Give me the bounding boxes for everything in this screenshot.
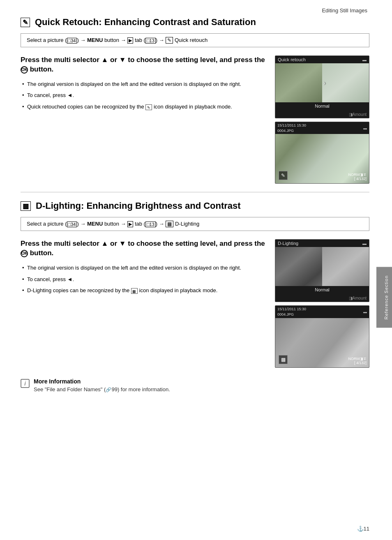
screen1-label: Quick retouch [278, 57, 306, 62]
screen2-info: NORM◨∓ [ 4/132] [348, 173, 367, 181]
camera-preview-1: › [275, 63, 369, 102]
section-divider [21, 192, 369, 192]
more-info-icon: i [21, 379, 30, 390]
section2-bullets: The original version is displayed on the… [21, 264, 267, 295]
bullet-item: The original version is displayed on the… [21, 80, 267, 88]
preview-left-1: › [275, 63, 322, 102]
page-header: Editing Still Images [0, 0, 392, 17]
section1-content: Press the multi selector ▲ or ▼ to choos… [21, 55, 369, 184]
preview-right-1 [322, 63, 369, 102]
screen2-count: [ 4/132] [348, 177, 367, 181]
more-info-title: More Information [34, 378, 170, 385]
section2-heading: Press the multi selector ▲ or ▼ to choos… [21, 239, 267, 258]
dl-screen1-icon: ▬ [362, 241, 367, 246]
quick-retouch-icon: ✎ [21, 18, 30, 27]
dl-screen1-normal: Normal [278, 287, 367, 292]
section1-nav-box: Select a picture (□34) → MENU button → ▶… [21, 33, 369, 47]
section1-heading: Press the multi selector ▲ or ▼ to choos… [21, 55, 267, 74]
more-info-content: More Information See "File and Folder Na… [34, 378, 170, 392]
dl-screen2-badge: ▩ [279, 355, 288, 364]
dl-screen2-info: NORM◨∓ [ 4/132] [348, 357, 367, 365]
preview-right-2 [322, 247, 369, 286]
bullet-item: To cancel, press ◄. [21, 275, 267, 284]
more-info-body: See "File and Folder Names" (🔗99) for mo… [34, 386, 170, 392]
bullet-item: D-Lighting copies can be recognized by t… [21, 286, 267, 295]
section2-nav-box: Select a picture (□34) → MENU button → ▶… [21, 217, 369, 231]
bullet-item: Quick retouched copies can be recognized… [21, 103, 267, 111]
section2-text: Press the multi selector ▲ or ▼ to choos… [21, 239, 267, 367]
screen1-bottom: Normal [275, 102, 369, 110]
screen1-icon: ▬ [362, 58, 367, 62]
dl-screen2-header: 15/11/2011 15:30 0004.JPG ▬ [275, 306, 369, 318]
preview-arrow-1: › [323, 80, 325, 86]
dl-screen1-label: D-Lighting [278, 241, 298, 246]
screen2-image: ✎ NORM◨∓ [ 4/132] [275, 134, 369, 183]
d-lighting-screen1: D-Lighting ▬ › Normal ◨Amount [275, 239, 369, 302]
d-lighting-section: ▩ D-Lighting: Enhancing Brightness and C… [21, 201, 369, 367]
section1-images: Quick retouch ▬ › Normal ◨Amount [275, 55, 369, 184]
dl-screen2-norm: NORM◨∓ [348, 357, 367, 361]
section1-title: ✎ Quick Retouch: Enhancing Contrast and … [21, 17, 369, 28]
screen2-header: 15/11/2011 15:30 0004.JPG ▬ [275, 122, 369, 134]
page-num-text: ⚓11 [357, 526, 369, 532]
bullet-item: To cancel, press ◄. [21, 91, 267, 99]
section2-images: D-Lighting ▬ › Normal ◨Amount [275, 239, 369, 367]
screen2-icon: ▬ [363, 126, 367, 130]
dl-screen2-count: [ 4/132] [348, 361, 367, 365]
section1-text: Press the multi selector ▲ or ▼ to choos… [21, 55, 267, 184]
dl-screen2-date: 15/11/2011 15:30 0004.JPG [277, 307, 306, 317]
bullet-item: The original version is displayed on the… [21, 264, 267, 272]
dl-screen2-icon: ▬ [363, 310, 367, 314]
dl-screen2-image: ▩ NORM◨∓ [ 4/132] [275, 318, 369, 367]
section2-title: ▩ D-Lighting: Enhancing Brightness and C… [21, 201, 369, 211]
screen2-norm: NORM◨∓ [348, 173, 367, 177]
screen2-date: 15/11/2011 15:30 0004.JPG [277, 123, 306, 133]
more-info-box: i More Information See "File and Folder … [21, 376, 369, 392]
screen1-amount: ◨Amount [349, 112, 367, 117]
section1-nav-text: Select a picture (□34) → MENU button → ▶… [27, 37, 208, 43]
header-title: Editing Still Images [322, 7, 367, 14]
reference-section-tab: Reference Section [376, 267, 392, 328]
d-lighting-screen2: 15/11/2011 15:30 0004.JPG ▬ ▩ NORM◨∓ [ 4… [275, 305, 369, 367]
page-number: ⚓11 [357, 526, 369, 532]
screen2-badge: ✎ [279, 171, 288, 180]
quick-retouch-section: ✎ Quick Retouch: Enhancing Contrast and … [21, 17, 369, 184]
dl-screen1-amount: ◨Amount [349, 296, 367, 300]
section1-bullets: The original version is displayed on the… [21, 80, 267, 111]
screen1-normal: Normal [278, 104, 367, 108]
camera-preview-2: › [275, 247, 369, 286]
dl-screen1-bottom: Normal [275, 286, 369, 293]
d-lighting-icon: ▩ [21, 201, 31, 211]
preview-left-2: › [275, 247, 322, 286]
svg-text:i: i [24, 380, 26, 387]
section2-content: Press the multi selector ▲ or ▼ to choos… [21, 239, 369, 367]
quick-retouch-screen2: 15/11/2011 15:30 0004.JPG ▬ ✎ NORM◨∓ [ 4… [275, 122, 369, 184]
section2-nav-text: Select a picture (□34) → MENU button → ▶… [27, 221, 199, 227]
quick-retouch-screen1: Quick retouch ▬ › Normal ◨Amount [275, 55, 369, 118]
